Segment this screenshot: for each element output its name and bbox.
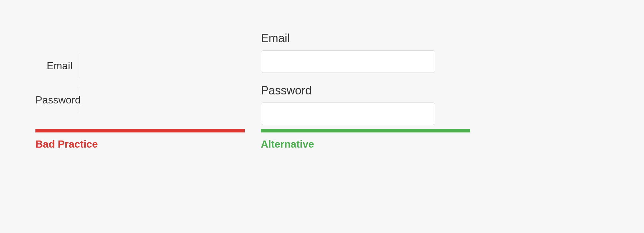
alternative-panel: Email Password Alternative — [261, 0, 470, 136]
email-row-inline: Email — [35, 53, 245, 78]
comparison-canvas: Email Password Bad Practice Email Passwo… — [0, 0, 644, 233]
alternative-footer: Alternative — [261, 126, 470, 150]
email-label-inline: Email — [35, 60, 79, 72]
bad-practice-caption: Bad Practice — [35, 138, 245, 150]
password-row-inline: Password — [35, 87, 245, 112]
password-field: Password — [261, 84, 470, 125]
password-input[interactable] — [261, 102, 435, 125]
bad-practice-form: Email Password — [35, 0, 245, 112]
bad-practice-footer: Bad Practice — [35, 126, 245, 150]
alternative-caption: Alternative — [261, 138, 470, 150]
alternative-form: Email Password — [261, 0, 470, 125]
email-field: Email — [261, 32, 470, 73]
bad-practice-bar — [35, 129, 245, 132]
password-label: Password — [261, 84, 470, 97]
email-input-stub[interactable] — [79, 53, 80, 78]
alternative-bar — [261, 129, 470, 132]
password-input-stub[interactable] — [79, 87, 80, 112]
bad-practice-panel: Email Password Bad Practice — [35, 0, 245, 112]
password-label-inline: Password — [35, 94, 79, 106]
email-label: Email — [261, 32, 470, 45]
email-input[interactable] — [261, 50, 435, 73]
